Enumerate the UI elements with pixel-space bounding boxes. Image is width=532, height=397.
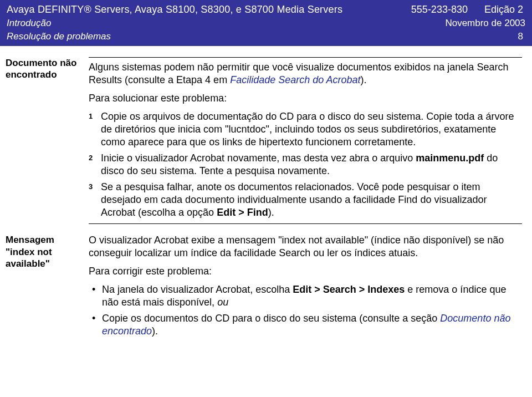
- doc-date: Novembro de 2003: [445, 17, 525, 29]
- side-heading-1-line2: encontrado: [6, 69, 57, 80]
- subsection-name: Resolução de problemas: [7, 30, 111, 43]
- side-heading-2-line1: Mensagem: [6, 235, 54, 245]
- section-name: Introdução: [7, 17, 51, 29]
- intro-paragraph-1: Alguns sistemas podem não permitir que v…: [89, 61, 522, 86]
- side-heading-2-line2: "index not: [6, 247, 52, 257]
- bullet-list: Na janela do visualizador Acrobat, escol…: [89, 283, 522, 338]
- page-content: Documento não encontrado Alguns sistemas…: [0, 46, 532, 342]
- section-documento-nao-encontrado: Documento não encontrado Alguns sistemas…: [2, 57, 522, 224]
- text: Na janela do visualizador Acrobat, escol…: [102, 284, 293, 295]
- side-heading-2-line3: available": [6, 258, 50, 269]
- text: Se a pesquisa falhar, anote os documento…: [101, 181, 487, 218]
- filename-mainmenu: mainmenu.pdf: [416, 152, 484, 164]
- doc-title: Avaya DEFINITY® Servers, Avaya S8100, S8…: [7, 3, 395, 16]
- section-divider: [89, 223, 522, 224]
- text: ).: [268, 207, 274, 218]
- text: ).: [152, 325, 158, 337]
- body-1: Alguns sistemas podem não permitir que v…: [89, 57, 522, 224]
- page-number: 8: [518, 30, 525, 43]
- step-2: 2 Inicie o visualizador Acrobat novament…: [89, 152, 522, 177]
- step-1: 1 Copie os arquivos de documentação do C…: [89, 110, 522, 149]
- link-facilidade-search[interactable]: Facilidade Search do Acrobat: [230, 74, 360, 85]
- section-index-not-available: Mensagem "index not available" O visuali…: [2, 234, 522, 341]
- text: ).: [361, 74, 367, 85]
- doc-phone: 555-233-830: [395, 3, 484, 16]
- step-number: 2: [89, 152, 101, 163]
- menu-path-edit-search-indexes: Edit > Search > Indexes: [293, 284, 405, 295]
- step-text: Inicie o visualizador Acrobat novamente,…: [101, 152, 522, 177]
- paragraph-fix-intro: Para corrigir este problema:: [89, 265, 522, 278]
- step-number: 3: [89, 181, 101, 192]
- bullet-1: Na janela do visualizador Acrobat, escol…: [92, 283, 522, 309]
- bullet-2: Copie os documentos do CD para o disco d…: [92, 312, 522, 338]
- text-ou: ou: [217, 297, 228, 308]
- intro-paragraph-2: Para solucionar este problema:: [89, 92, 522, 105]
- body-2: O visualizador Acrobat exibe a mensagem …: [89, 234, 522, 341]
- side-heading-1: Documento não encontrado: [2, 57, 78, 82]
- menu-path-edit-find: Edit > Find: [217, 207, 268, 218]
- doc-edition: Edição 2: [484, 3, 525, 16]
- step-3: 3 Se a pesquisa falhar, anote os documen…: [89, 181, 522, 219]
- text: Inicie o visualizador Acrobat novamente,…: [101, 152, 416, 164]
- page-header: Avaya DEFINITY® Servers, Avaya S8100, S8…: [0, 0, 532, 46]
- step-number: 1: [89, 110, 101, 121]
- step-text: Copie os arquivos de documentação do CD …: [101, 110, 522, 149]
- side-heading-2: Mensagem "index not available": [2, 234, 78, 270]
- side-heading-1-line1: Documento não: [6, 58, 76, 68]
- paragraph-index-msg: O visualizador Acrobat exibe a mensagem …: [89, 234, 522, 259]
- step-text: Se a pesquisa falhar, anote os documento…: [101, 181, 522, 219]
- text: Copie os documentos do CD para o disco d…: [102, 313, 440, 324]
- steps-list: 1 Copie os arquivos de documentação do C…: [89, 110, 522, 219]
